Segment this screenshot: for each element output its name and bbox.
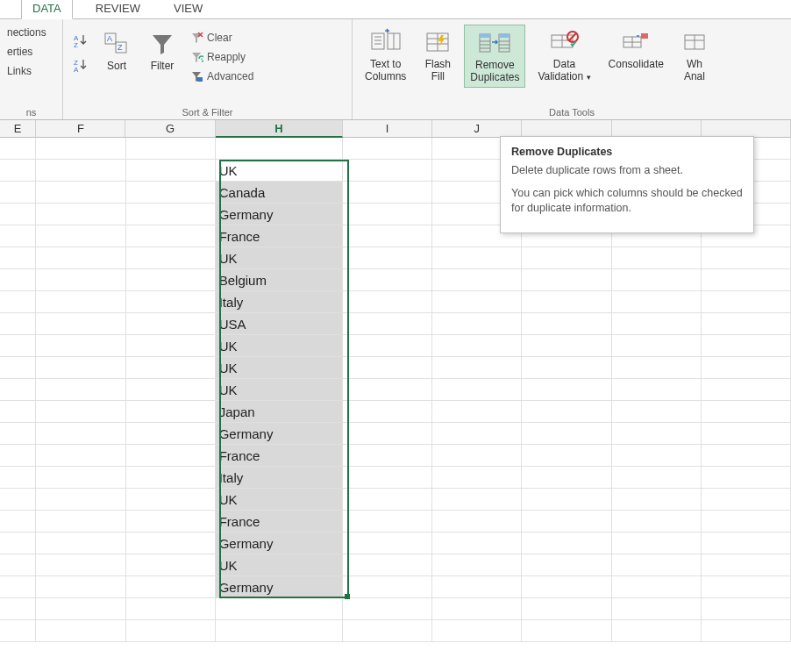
cell[interactable] [343, 620, 432, 642]
cell[interactable] [126, 160, 216, 182]
cell[interactable] [432, 554, 522, 576]
cell[interactable] [36, 138, 125, 160]
cell[interactable] [36, 269, 125, 291]
cell[interactable] [702, 598, 791, 620]
cell[interactable] [126, 423, 216, 445]
cell[interactable] [702, 313, 791, 335]
cell[interactable] [126, 620, 216, 642]
cell[interactable] [216, 620, 343, 642]
cell[interactable] [612, 576, 702, 598]
cell[interactable] [702, 576, 791, 598]
cell[interactable] [0, 445, 36, 467]
cell[interactable] [612, 533, 702, 554]
cell[interactable] [216, 598, 343, 620]
cell[interactable] [126, 379, 216, 401]
cell[interactable] [432, 598, 522, 620]
cell[interactable] [126, 204, 216, 225]
cell[interactable] [343, 182, 432, 204]
cell[interactable] [343, 445, 432, 467]
cell[interactable] [522, 379, 611, 401]
cell[interactable] [343, 511, 432, 533]
cell[interactable] [432, 269, 522, 291]
col-header-g[interactable]: G [125, 120, 215, 138]
sort-desc-button[interactable]: ZA [70, 54, 91, 75]
cell[interactable] [432, 445, 522, 467]
cell[interactable]: Germany [216, 533, 343, 554]
cell[interactable] [126, 291, 216, 313]
cell[interactable] [0, 138, 36, 160]
cell[interactable] [126, 335, 216, 357]
cell[interactable] [612, 401, 702, 423]
col-header-i[interactable]: I [343, 120, 432, 138]
cell[interactable] [36, 598, 125, 620]
cell[interactable] [343, 313, 432, 335]
cell[interactable] [343, 533, 432, 554]
col-header-f[interactable]: F [36, 120, 125, 138]
cell[interactable] [702, 620, 791, 642]
cell[interactable] [612, 313, 702, 335]
col-header-h[interactable]: H [216, 120, 343, 138]
cell[interactable] [522, 576, 611, 598]
cell[interactable] [36, 335, 125, 357]
cell[interactable] [0, 401, 36, 423]
cell[interactable] [0, 313, 36, 335]
cell[interactable] [126, 138, 216, 160]
cell[interactable] [612, 489, 702, 511]
cell[interactable] [126, 554, 216, 576]
cell[interactable] [612, 467, 702, 489]
cell[interactable] [702, 247, 791, 269]
cell[interactable] [0, 620, 36, 642]
cell[interactable] [522, 598, 611, 620]
cell[interactable] [432, 467, 522, 489]
cell[interactable] [432, 489, 522, 511]
cell[interactable] [0, 598, 36, 620]
cell[interactable] [612, 423, 702, 445]
cell[interactable] [126, 533, 216, 554]
cell[interactable]: Germany [216, 423, 343, 445]
cell[interactable] [343, 401, 432, 423]
advanced-filter-button[interactable]: Advanced [188, 67, 255, 86]
cell[interactable] [702, 379, 791, 401]
cell[interactable]: Germany [216, 204, 343, 225]
cell[interactable] [522, 357, 611, 379]
cell[interactable] [702, 489, 791, 511]
cell[interactable] [216, 138, 343, 160]
cell[interactable]: UK [216, 247, 343, 269]
cell[interactable] [0, 357, 36, 379]
cell[interactable]: Italy [216, 291, 343, 313]
cell[interactable] [343, 489, 432, 511]
cell[interactable] [612, 291, 702, 313]
cell[interactable] [126, 357, 216, 379]
cell[interactable] [126, 313, 216, 335]
consolidate-button[interactable]: Consolidate [603, 25, 669, 74]
col-header-e[interactable]: E [0, 120, 36, 138]
cell[interactable] [36, 511, 125, 533]
cell[interactable] [432, 620, 522, 642]
cell[interactable] [0, 467, 36, 489]
cell[interactable] [0, 160, 36, 182]
cell[interactable] [36, 467, 125, 489]
what-if-button[interactable]: WhAnal [676, 25, 708, 86]
cell[interactable] [343, 160, 432, 182]
cell[interactable] [0, 511, 36, 533]
cell[interactable] [522, 247, 611, 269]
sort-button[interactable]: A Z Sort [96, 26, 137, 75]
cell[interactable] [36, 160, 125, 182]
cell[interactable] [612, 269, 702, 291]
cell[interactable] [612, 511, 702, 533]
tab-review[interactable]: REVIEW [85, 0, 151, 18]
cell[interactable] [126, 247, 216, 269]
cell[interactable] [612, 335, 702, 357]
sort-asc-button[interactable]: AZ [70, 30, 91, 51]
cell[interactable] [522, 313, 611, 335]
tab-data[interactable]: DATA [21, 0, 73, 19]
cell[interactable] [36, 489, 125, 511]
cell[interactable] [36, 182, 125, 204]
cell[interactable] [612, 247, 702, 269]
cell[interactable] [343, 247, 432, 269]
cell[interactable] [702, 445, 791, 467]
cell[interactable] [126, 269, 216, 291]
cell[interactable]: Italy [216, 467, 343, 489]
col-header-blank1[interactable] [522, 120, 611, 138]
cell[interactable] [0, 247, 36, 269]
